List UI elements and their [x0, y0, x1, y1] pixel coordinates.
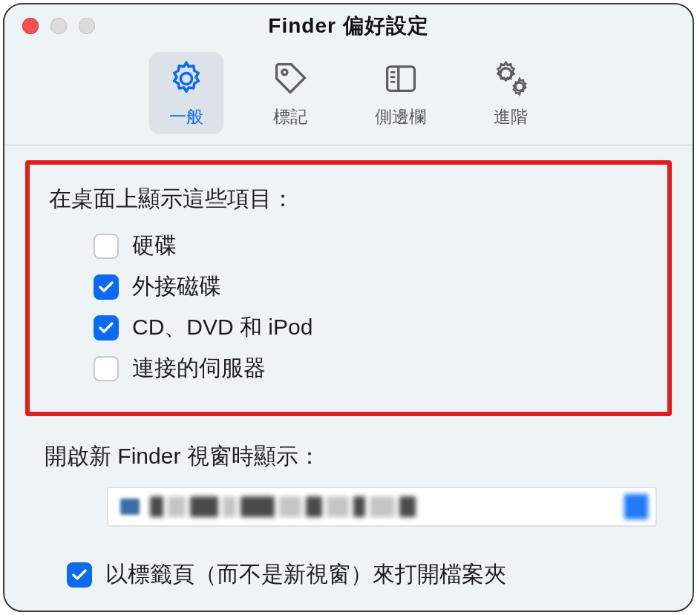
checkbox-open-in-tabs[interactable]	[67, 562, 92, 588]
tab-tags[interactable]: 標記	[253, 52, 327, 134]
desktop-items-heading: 在桌面上顯示這些項目：	[49, 184, 654, 214]
traffic-lights	[22, 18, 95, 34]
checkbox-row-optical-media: CD、DVD 和 iPod	[94, 312, 654, 343]
minimize-button[interactable]	[50, 18, 67, 34]
tab-label: 側邊欄	[375, 105, 426, 128]
checkbox-label: 連接的伺服器	[132, 353, 266, 384]
titlebar: Finder 偏好設定	[4, 4, 693, 47]
tag-icon	[271, 59, 310, 101]
tab-label: 一般	[169, 105, 203, 128]
checkbox-row-hard-disks: 硬碟	[94, 231, 654, 261]
checkbox-hard-disks[interactable]	[94, 234, 119, 259]
tab-sidebar[interactable]: 側邊欄	[357, 52, 444, 134]
close-button[interactable]	[22, 18, 39, 34]
checkbox-label: CD、DVD 和 iPod	[132, 312, 313, 343]
finder-preferences-window: Finder 偏好設定 一般 標記 側邊欄 進階	[3, 3, 694, 612]
new-window-heading: 開啟新 Finder 視窗時顯示：	[45, 441, 672, 472]
checkbox-row-open-in-tabs: 以標籤頁（而不是新視窗）來打開檔案夾	[67, 559, 672, 590]
tab-advanced[interactable]: 進階	[474, 52, 548, 134]
new-window-location-dropdown[interactable]	[107, 487, 657, 527]
tab-general[interactable]: 一般	[149, 52, 223, 134]
checkbox-external-disks[interactable]	[94, 274, 119, 300]
checkbox-connected-servers[interactable]	[94, 356, 119, 381]
svg-point-0	[282, 70, 287, 75]
checkbox-label: 外接磁碟	[132, 272, 221, 302]
sidebar-icon	[382, 59, 420, 101]
checkbox-label: 硬碟	[132, 231, 177, 261]
checkbox-optical-media[interactable]	[94, 315, 119, 341]
checkbox-row-connected-servers: 連接的伺服器	[94, 353, 654, 384]
gears-icon	[491, 59, 530, 101]
gear-icon	[167, 59, 206, 101]
window-title: Finder 偏好設定	[4, 12, 693, 40]
folder-icon	[120, 499, 140, 515]
svg-rect-1	[387, 67, 414, 91]
svg-point-7	[516, 82, 524, 91]
toolbar: 一般 標記 側邊欄 進階	[4, 52, 693, 145]
tab-label: 標記	[273, 105, 307, 128]
dropdown-chevron-icon	[624, 494, 648, 519]
zoom-button[interactable]	[79, 18, 95, 34]
dropdown-value-obscured	[150, 495, 614, 519]
checkbox-label: 以標籤頁（而不是新視窗）來打開檔案夾	[105, 559, 506, 590]
desktop-items-list: 硬碟 外接磁碟 CD、DVD 和 iPod 連接的伺服器	[94, 231, 654, 384]
tab-label: 進階	[494, 105, 528, 128]
checkbox-row-external-disks: 外接磁碟	[94, 272, 654, 302]
desktop-items-highlight: 在桌面上顯示這些項目： 硬碟 外接磁碟 CD、DVD 和 iPod	[25, 160, 672, 416]
content-area: 在桌面上顯示這些項目： 硬碟 外接磁碟 CD、DVD 和 iPod	[4, 145, 693, 590]
